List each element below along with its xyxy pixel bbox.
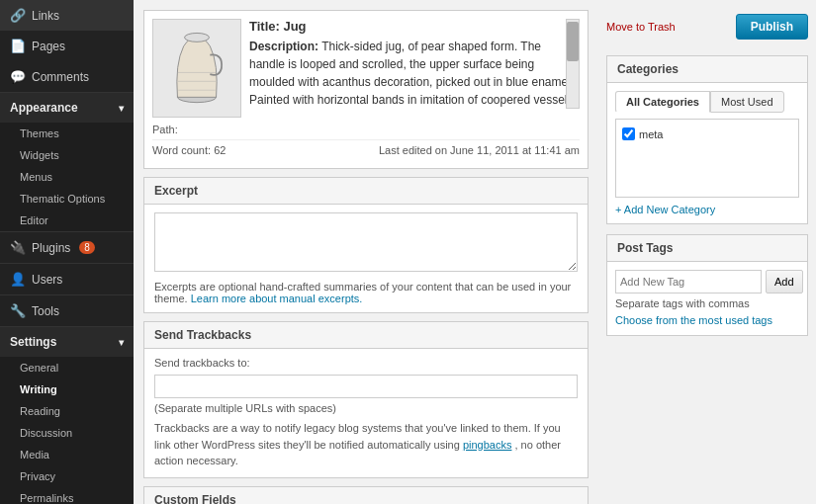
trackback-info: Trackbacks are a way to notify legacy bl…	[154, 420, 578, 469]
editor-area: Title: Jug Description: Thick-sided jug,…	[134, 0, 598, 504]
categories-widget: Categories All Categories Most Used meta…	[606, 55, 808, 224]
category-item-meta: meta	[622, 126, 792, 142]
excerpt-textarea[interactable]	[154, 212, 578, 272]
custom-fields-header: Custom Fields	[144, 487, 588, 505]
tag-add-button[interactable]: Add	[766, 270, 803, 294]
trackbacks-header: Send Trackbacks	[144, 322, 588, 349]
categories-body: All Categories Most Used meta + Add New …	[607, 83, 807, 223]
categories-header: Categories	[607, 56, 807, 83]
plugins-icon: 🔌	[10, 240, 26, 255]
sidebar-item-menus[interactable]: Menus	[0, 166, 134, 188]
tag-separate-note: Separate tags with commas	[615, 297, 799, 309]
publish-bar: Move to Trash Publish	[606, 8, 808, 45]
excerpt-header: Excerpt	[144, 178, 588, 205]
sidebar-item-media[interactable]: Media	[0, 444, 134, 465]
sidebar-item-widgets[interactable]: Widgets	[0, 144, 134, 166]
appearance-chevron-icon: ▾	[119, 103, 124, 114]
word-count: Word count: 62	[152, 144, 226, 156]
tab-most-used[interactable]: Most Used	[710, 91, 784, 113]
settings-subitems: General Writing Reading Discussion Media…	[0, 357, 134, 504]
trackback-send-label: Send trackbacks to:	[154, 357, 578, 369]
custom-fields-section: Custom Fields	[143, 486, 589, 505]
post-meta: Word count: 62 Last edited on June 11, 2…	[152, 139, 580, 160]
post-editor-box: Title: Jug Description: Thick-sided jug,…	[143, 10, 589, 169]
category-list: meta	[615, 119, 799, 198]
plugins-badge: 8	[79, 241, 95, 254]
right-sidebar: Move to Trash Publish Categories All Cat…	[598, 0, 816, 504]
pingbacks-link[interactable]: pingbacks	[463, 439, 512, 451]
trackback-input[interactable]	[154, 375, 578, 398]
main-content: Title: Jug Description: Thick-sided jug,…	[134, 0, 816, 504]
last-edited: Last edited on June 11, 2011 at 11:41 am	[379, 144, 580, 156]
trackbacks-section: Send Trackbacks Send trackbacks to: (Sep…	[143, 321, 589, 478]
sidebar-item-comments[interactable]: 💬 Comments	[0, 61, 134, 92]
sidebar-appearance-header[interactable]: Appearance ▾	[0, 93, 134, 123]
excerpt-note: Excerpts are optional hand-crafted summa…	[154, 281, 578, 304]
appearance-subitems: Themes Widgets Menus Thematic Options Ed…	[0, 123, 134, 231]
sidebar-item-thematic-options[interactable]: Thematic Options	[0, 188, 134, 210]
tab-all-categories[interactable]: All Categories	[615, 91, 710, 113]
move-to-trash-link[interactable]: Move to Trash	[606, 21, 676, 33]
sidebar-item-editor[interactable]: Editor	[0, 210, 134, 231]
excerpt-section: Excerpt Excerpts are optional hand-craft…	[143, 177, 589, 313]
post-featured-image[interactable]	[152, 19, 241, 118]
sidebar-item-plugins[interactable]: 🔌 Plugins 8	[0, 232, 134, 263]
svg-point-1	[185, 33, 210, 42]
excerpt-learn-more-link[interactable]: Learn more about manual excerpts.	[191, 293, 363, 304]
excerpt-body: Excerpts are optional hand-crafted summa…	[144, 205, 588, 312]
sidebar-item-links[interactable]: 🔗 Links	[0, 0, 134, 31]
post-title-display: Title: Jug	[249, 19, 580, 34]
post-tags-widget: Post Tags Add Separate tags with commas …	[606, 234, 808, 336]
sidebar-item-general[interactable]: General	[0, 357, 134, 378]
settings-chevron-icon: ▾	[119, 337, 124, 348]
publish-button[interactable]: Publish	[736, 14, 808, 40]
pages-icon: 📄	[10, 39, 26, 53]
editor-scrollbar[interactable]	[566, 19, 580, 109]
category-tabs: All Categories Most Used	[615, 91, 799, 113]
trackback-separate-note: (Separate multiple URLs with spaces)	[154, 402, 578, 414]
trackbacks-body: Send trackbacks to: (Separate multiple U…	[144, 349, 588, 477]
category-label-meta: meta	[639, 128, 663, 140]
jug-svg	[162, 29, 231, 108]
sidebar-item-reading[interactable]: Reading	[0, 400, 134, 422]
post-tags-body: Add Separate tags with commas Choose fro…	[607, 262, 807, 335]
tools-icon: 🔧	[10, 303, 26, 318]
sidebar-item-themes[interactable]: Themes	[0, 123, 134, 144]
scrollbar-thumb	[567, 22, 579, 61]
sidebar-item-users[interactable]: 👤 Users	[0, 264, 134, 294]
comments-icon: 💬	[10, 69, 26, 84]
sidebar-item-writing[interactable]: Writing	[0, 378, 134, 400]
tag-most-used-link[interactable]: Choose from the most used tags	[615, 314, 772, 326]
post-image-area: Title: Jug Description: Thick-sided jug,…	[152, 19, 580, 118]
post-description-display: Description: Thick-sided jug, of pear sh…	[249, 38, 580, 109]
post-path: Path:	[152, 124, 580, 135]
links-icon: 🔗	[10, 8, 26, 23]
tag-input-row: Add	[615, 270, 799, 294]
sidebar-settings-header[interactable]: Settings ▾	[0, 327, 134, 357]
tag-input[interactable]	[615, 270, 762, 294]
sidebar-item-discussion[interactable]: Discussion	[0, 422, 134, 444]
sidebar-item-permalinks[interactable]: Permalinks	[0, 487, 134, 504]
sidebar-item-tools[interactable]: 🔧 Tools	[0, 295, 134, 326]
sidebar-item-privacy[interactable]: Privacy	[0, 465, 134, 487]
sidebar-item-pages[interactable]: 📄 Pages	[0, 31, 134, 61]
post-tags-header: Post Tags	[607, 235, 807, 262]
add-new-category-link[interactable]: + Add New Category	[615, 204, 799, 215]
post-text-content: Title: Jug Description: Thick-sided jug,…	[249, 19, 580, 109]
sidebar: 🔗 Links 📄 Pages 💬 Comments Appearance ▾ …	[0, 0, 134, 504]
users-icon: 👤	[10, 272, 26, 287]
category-checkbox-meta[interactable]	[622, 127, 635, 140]
